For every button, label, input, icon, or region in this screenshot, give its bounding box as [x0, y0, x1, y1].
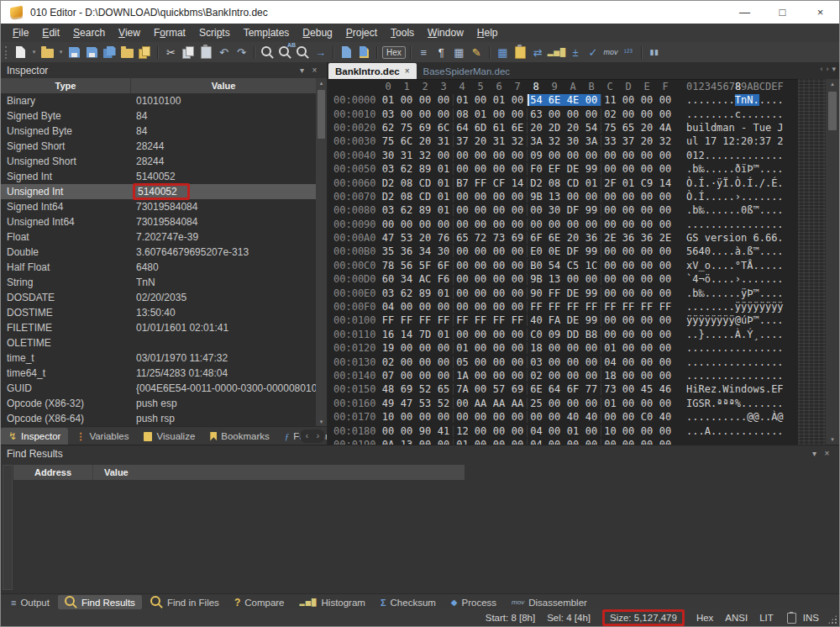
hex-byte[interactable]: 00 [656, 204, 675, 216]
inspector-col-type[interactable]: Type [1, 78, 131, 93]
hex-byte[interactable]: 00 [638, 370, 656, 382]
hex-ascii[interactable]: ul 17 12:20:37 2 [686, 135, 784, 147]
menu-debug[interactable]: Debug [296, 24, 339, 42]
hex-byte[interactable]: 00 [582, 219, 601, 230]
inspector-collapse-icon[interactable]: ▾ [296, 66, 308, 75]
hex-byte[interactable]: 00 [582, 108, 601, 120]
hex-row[interactable]: 00:0030756C2031372031323A32303A33372032u… [330, 134, 797, 148]
hex-byte[interactable]: FF [379, 314, 397, 326]
hex-byte[interactable]: 00 [490, 260, 508, 271]
hex-row[interactable]: 00:00F00400000000000000FFFFFFFFFFFFFFFF.… [330, 300, 797, 314]
duplicate-file-button[interactable] [137, 44, 153, 61]
hex-byte[interactable]: 00 [416, 370, 434, 382]
hex-row[interactable]: 00:012019000000010000001800000001000000.… [330, 341, 797, 355]
hex-byte[interactable]: 02 [379, 356, 397, 368]
hex-byte[interactable]: 18 [601, 370, 619, 382]
hex-row[interactable]: 00:01900A130000010000000400000000000000.… [330, 438, 797, 445]
hex-byte[interactable]: 00 [601, 219, 619, 230]
hex-byte[interactable]: 32 [508, 135, 527, 147]
find-results-col-value[interactable]: Value [93, 465, 129, 480]
paste-button[interactable] [198, 44, 214, 61]
hex-byte[interactable]: 00 [471, 191, 490, 203]
hex-byte[interactable]: 00 [582, 191, 601, 203]
hex-byte[interactable]: 03 [379, 287, 397, 299]
hex-byte[interactable]: 00 [656, 94, 675, 106]
hex-byte[interactable]: 6F [434, 260, 453, 271]
hex-ascii[interactable]: ................ [686, 342, 784, 354]
hex-byte[interactable]: 00 [471, 383, 490, 395]
edit-as-hex-button[interactable]: Hex [382, 44, 406, 61]
hex-byte[interactable]: 20 [564, 122, 582, 134]
hex-byte[interactable]: 62 [379, 122, 397, 134]
hex-byte[interactable]: 00 [490, 329, 508, 340]
hex-byte[interactable]: 00 [582, 150, 601, 161]
hex-byte[interactable]: 00 [471, 342, 490, 354]
hex-byte[interactable]: FF [545, 287, 564, 299]
inspector-row-double[interactable]: Double3.60764679695207e-313 [1, 245, 316, 260]
hex-byte[interactable]: FF [545, 301, 564, 313]
panel-tab-bookmarks[interactable]: Bookmarks [202, 428, 277, 445]
hex-byte[interactable]: 40 [564, 411, 582, 423]
hex-byte[interactable]: 00 [656, 314, 675, 326]
hex-byte[interactable]: 00 [545, 342, 564, 354]
hex-byte[interactable]: 00 [564, 219, 582, 230]
hex-ascii[interactable]: ................ [686, 439, 784, 445]
hex-ascii[interactable]: Ò.Í.·ÿÏ.Ò.Í./.É. [686, 177, 784, 189]
hex-byte[interactable]: 00 [508, 342, 527, 354]
hex-byte[interactable]: 00 [582, 439, 601, 445]
menu-format[interactable]: Format [147, 24, 192, 42]
hex-byte[interactable]: 1A [453, 370, 471, 382]
hex-byte[interactable]: 00 [471, 163, 490, 175]
hex-byte[interactable]: 00 [508, 301, 527, 313]
hex-byte[interactable]: C0 [527, 329, 545, 340]
hex-byte[interactable]: 78 [379, 260, 397, 271]
hex-byte[interactable]: 01 [453, 94, 471, 106]
hex-byte[interactable]: 00 [638, 314, 656, 326]
hex-byte[interactable]: 00 [453, 150, 471, 161]
inspector-row-dosdate[interactable]: DOSDATE02/20/2035 [1, 290, 316, 305]
hex-byte[interactable]: 00 [471, 301, 490, 313]
hex-byte[interactable]: 01 [601, 398, 619, 409]
hex-byte[interactable]: 90 [527, 287, 545, 299]
hex-byte[interactable]: 01 [434, 329, 453, 340]
hex-byte[interactable]: 03 [379, 204, 397, 216]
hex-byte[interactable]: 69 [508, 383, 527, 395]
hex-byte[interactable]: 00 [638, 342, 656, 354]
hex-byte[interactable]: D2 [379, 191, 397, 203]
hex-ascii[interactable]: `4¬ö....›....... [686, 273, 784, 285]
doc-tab-basespiderman-dec[interactable]: BaseSpiderMan.dec [417, 63, 517, 79]
hex-byte[interactable]: 00 [582, 370, 601, 382]
hex-byte[interactable]: 00 [434, 370, 453, 382]
hex-byte[interactable]: FF [527, 301, 545, 313]
hex-byte[interactable]: 00 [656, 356, 675, 368]
hex-byte[interactable]: 00 [638, 425, 656, 437]
hex-byte[interactable]: 00 [582, 425, 601, 437]
hex-byte[interactable]: 00 [656, 273, 675, 285]
hex-ascii[interactable]: buildman - Tue J [686, 122, 784, 134]
hex-byte[interactable]: FF [397, 314, 416, 326]
hex-byte[interactable]: 99 [582, 204, 601, 216]
hex-byte[interactable]: 99 [582, 163, 601, 175]
hex-byte[interactable]: 00 [434, 108, 453, 120]
scroll-down-icon[interactable]: ▾ [826, 435, 839, 445]
hex-byte[interactable]: 00 [619, 329, 638, 340]
hex-byte[interactable]: 00 [416, 301, 434, 313]
hex-byte[interactable]: 07 [379, 370, 397, 382]
hex-byte[interactable]: 00 [490, 108, 508, 120]
bottom-tab-compare[interactable]: ?Compare [228, 595, 291, 609]
hex-byte[interactable]: 00 [619, 204, 638, 216]
hex-byte[interactable]: 00 [638, 287, 656, 299]
hex-byte[interactable]: 00 [471, 287, 490, 299]
hex-byte[interactable]: 00 [545, 219, 564, 230]
run-script-button[interactable] [356, 44, 372, 61]
hex-byte[interactable]: 10 [601, 425, 619, 437]
calculator-button[interactable]: ▦ [495, 44, 511, 61]
hex-byte[interactable]: 12 [453, 425, 471, 437]
hex-byte[interactable]: 53 [416, 398, 434, 409]
hex-byte[interactable]: 00 [638, 150, 656, 161]
hex-byte[interactable]: 00 [490, 191, 508, 203]
inspector-row-opcode-x86-64-[interactable]: Opcode (X86-64)push rsp [1, 411, 316, 426]
hex-byte[interactable]: 00 [453, 163, 471, 175]
hex-byte[interactable]: 00 [582, 356, 601, 368]
hex-byte[interactable]: DF [564, 245, 582, 257]
